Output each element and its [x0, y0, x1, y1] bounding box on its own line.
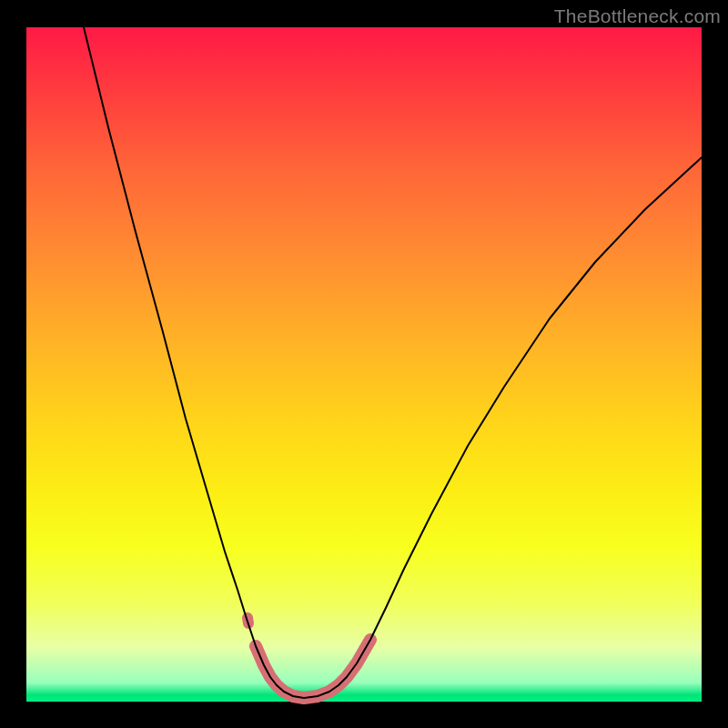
chart-frame: TheBottleneck.com — [0, 0, 728, 728]
watermark-text: TheBottleneck.com — [554, 5, 721, 27]
bottleneck-curve — [84, 27, 702, 698]
curve-layer — [26, 27, 702, 702]
